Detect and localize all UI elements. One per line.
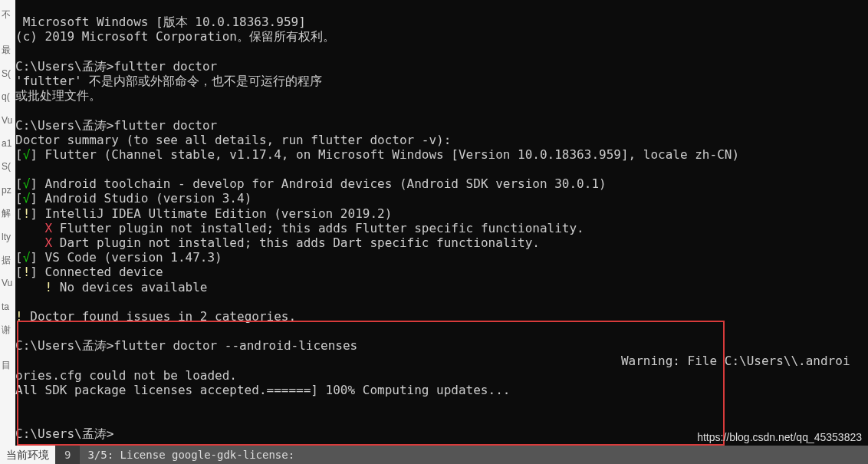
- gutter-item: lty: [0, 225, 15, 248]
- gutter-item: [0, 26, 15, 38]
- terminal-line: 'fultter' 不是内部或外部命令，也不是可运行的程序: [15, 74, 868, 88]
- editor-gutter: 不 最S(q(Vua1S(pz解lty据Vuta谢 目: [0, 0, 15, 464]
- status-right: 3/5: License google-gdk-license:: [80, 446, 868, 464]
- terminal-line: (c) 2019 Microsoft Corporation。保留所有权利。: [15, 29, 868, 44]
- gutter-item: S(: [0, 155, 15, 178]
- gutter-item: Vu: [0, 271, 15, 295]
- gutter-item: 解: [0, 202, 15, 225]
- watermark-text: https://blog.csdn.net/qq_45353823: [697, 431, 862, 444]
- terminal-line: [√] Flutter (Channel stable, v1.17.4, on…: [15, 147, 868, 162]
- gutter-item: pz: [0, 179, 15, 202]
- gutter-item: 目: [0, 354, 15, 377]
- terminal-line: ! No devices available: [15, 280, 868, 295]
- gutter-item: S(: [0, 62, 15, 85]
- terminal-line: [15, 162, 868, 176]
- terminal-line: [15, 412, 868, 426]
- terminal-line: [15, 397, 868, 412]
- terminal-line: [√] Android Studio (version 3.4): [15, 191, 868, 206]
- gutter-item: 据: [0, 248, 15, 271]
- terminal-line: 或批处理文件。: [15, 88, 868, 103]
- status-bar: 当前环境 9 3/5: License google-gdk-license:: [0, 446, 868, 464]
- terminal-line: C:\Users\孟涛>fultter doctor: [15, 59, 868, 74]
- gutter-item: q(: [0, 85, 15, 108]
- status-line-num: 9: [55, 446, 80, 464]
- terminal-line: [15, 44, 868, 59]
- gutter-item: 不: [0, 3, 15, 26]
- terminal-line: Doctor summary (to see all details, run …: [15, 133, 868, 147]
- gutter-item: [0, 341, 15, 354]
- gutter-item: a1: [0, 132, 15, 155]
- terminal-line: C:\Users\孟涛>flutter doctor: [15, 118, 868, 133]
- terminal-line: ories.cfg could not be loaded.: [15, 368, 868, 383]
- terminal-line: [!] IntelliJ IDEA Ultimate Edition (vers…: [15, 206, 868, 221]
- terminal-line: [√] Android toolchain - develop for Andr…: [15, 176, 868, 191]
- terminal-line: [15, 295, 868, 309]
- gutter-item: 谢: [0, 318, 15, 341]
- gutter-item: 最: [0, 38, 15, 61]
- gutter-item: ta: [0, 295, 15, 318]
- gutter-item: Vu: [0, 109, 15, 132]
- terminal-line: C:\Users\孟涛>flutter doctor --android-lic…: [15, 338, 868, 353]
- status-left: 当前环境: [0, 446, 55, 464]
- terminal-line: Microsoft Windows [版本 10.0.18363.959]: [15, 15, 868, 29]
- terminal-line: ! Doctor found issues in 2 categories.: [15, 309, 868, 324]
- terminal-line: X Flutter plugin not installed; this add…: [15, 221, 868, 235]
- terminal-output[interactable]: Microsoft Windows [版本 10.0.18363.959](c)…: [15, 0, 868, 446]
- terminal-line: [15, 324, 868, 338]
- terminal-line: [√] VS Code (version 1.47.3): [15, 250, 868, 265]
- terminal-line: [15, 103, 868, 117]
- terminal-line: Warning: File C:\Users\\.androi: [15, 354, 868, 368]
- terminal-line: X Dart plugin not installed; this adds D…: [15, 235, 868, 250]
- terminal-line: [!] Connected device: [15, 265, 868, 279]
- terminal-line: All SDK package licenses accepted.======…: [15, 383, 868, 397]
